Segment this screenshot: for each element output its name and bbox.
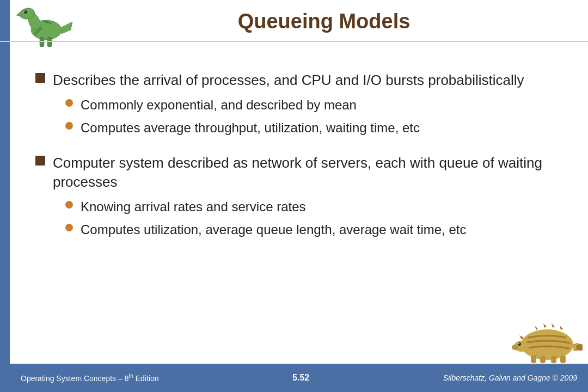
footer-page-number: 5.52	[292, 373, 309, 383]
slide-container: Queueing Models Describes the arrival of…	[0, 0, 588, 392]
footer: Operating System Concepts – 8th Edition …	[10, 364, 588, 392]
svg-rect-20	[560, 356, 566, 363]
sub-bullet-1-2: Computes average throughput, utilization…	[65, 119, 553, 137]
footer-edition: Operating System Concepts – 8th Edition	[21, 373, 158, 383]
main-bullet-text-2: Computer system described as network of …	[53, 154, 553, 192]
main-bullet-text-1: Describes the arrival of processes, and …	[53, 71, 524, 90]
bullet-section-2: Computer system described as network of …	[35, 154, 553, 239]
svg-point-14	[518, 343, 519, 344]
svg-point-10	[521, 329, 573, 360]
bullet-section-1: Describes the arrival of processes, and …	[35, 71, 553, 137]
content-area: Describes the arrival of processes, and …	[14, 60, 574, 359]
svg-marker-22	[543, 323, 547, 328]
square-bullet-icon-1	[35, 73, 45, 83]
square-bullet-icon-2	[35, 156, 45, 166]
svg-point-12	[512, 345, 518, 350]
svg-rect-17	[531, 356, 536, 363]
slide-title: Queueing Models	[82, 10, 566, 33]
svg-rect-18	[540, 356, 546, 363]
sub-bullets-2: Knowing arrival rates and service rates …	[65, 198, 553, 239]
bottom-dinosaur	[512, 315, 583, 364]
circle-bullet-icon-1-1	[65, 99, 73, 107]
svg-marker-23	[552, 323, 555, 328]
sub-bullet-2-2: Computes utilization, average queue leng…	[65, 221, 553, 238]
sub-bullet-1-1: Commonly exponential, and described by m…	[65, 96, 553, 114]
svg-point-13	[518, 342, 521, 346]
main-bullet-1: Describes the arrival of processes, and …	[35, 71, 553, 90]
sub-bullet-text-2-2: Computes utilization, average queue leng…	[81, 221, 466, 238]
sub-bullet-text-1-1: Commonly exponential, and described by m…	[81, 96, 357, 114]
main-bullet-2: Computer system described as network of …	[35, 154, 553, 192]
sub-bullet-2-1: Knowing arrival rates and service rates	[65, 198, 553, 216]
circle-bullet-icon-1-2	[65, 122, 73, 130]
left-accent-bar	[0, 0, 10, 392]
sub-bullets-1: Commonly exponential, and described by m…	[65, 96, 553, 137]
sub-bullet-text-2-1: Knowing arrival rates and service rates	[81, 198, 306, 216]
svg-marker-21	[535, 326, 538, 330]
circle-bullet-icon-2-1	[65, 201, 73, 209]
footer-copyright: Silberschatz, Galvin and Gagne © 2009	[443, 373, 577, 382]
svg-rect-19	[551, 356, 556, 363]
svg-marker-24	[560, 326, 563, 330]
sub-bullet-text-1-2: Computes average throughput, utilization…	[81, 119, 420, 137]
circle-bullet-icon-2-2	[65, 224, 73, 231]
title-section: Queueing Models	[0, 0, 588, 42]
